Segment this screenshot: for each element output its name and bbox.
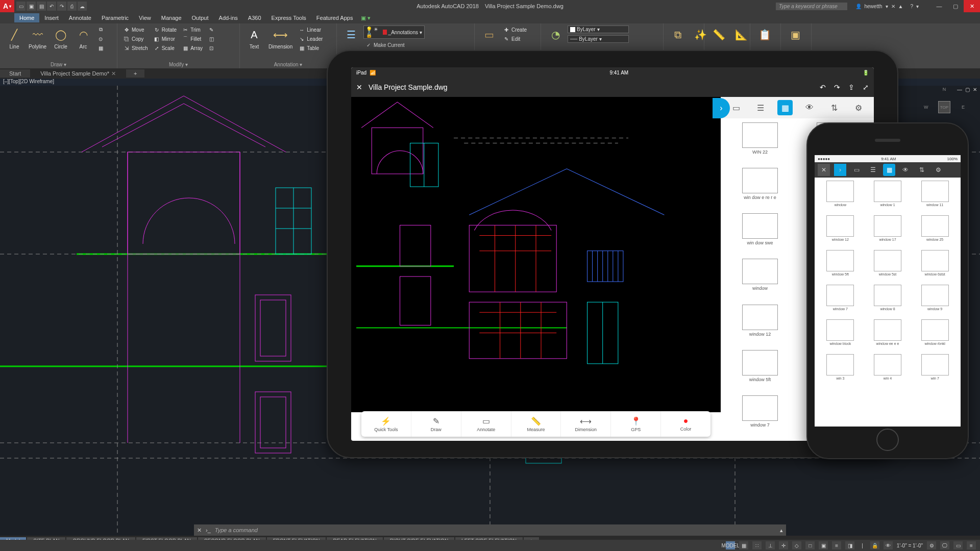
block-item[interactable]: window 1 [865,181,911,213]
scale-button[interactable]: ⤢Scale [152,44,178,52]
tab-insert[interactable]: Insert [39,13,64,22]
tab-home[interactable]: Home [14,13,39,22]
layer-make[interactable]: ✓Make Current [363,41,406,49]
mirror-button[interactable]: ◧Mirror [152,35,178,43]
tb-draw[interactable]: ✎Draw [411,411,461,437]
clipboard-button[interactable]: 📋 [754,26,775,44]
tab-output[interactable]: Output [187,13,214,22]
sb-tab-view-icon[interactable]: 👁 [802,100,817,115]
sb-tab-blocks-icon[interactable]: ▦ [777,100,793,115]
tab-featured[interactable]: Featured Apps [311,13,358,22]
sb-tab-layers-icon[interactable]: ▭ [728,100,744,115]
ph-arrow-icon[interactable]: › [834,164,846,176]
panel-draw-title[interactable]: Draw ▾ [4,61,113,67]
tab-annotate[interactable]: Annotate [64,13,96,22]
stretch-button[interactable]: ⇲Stretch [121,44,150,52]
block-item[interactable]: window 11 [912,181,958,213]
fillet-button[interactable]: ⌒Fillet [180,35,204,43]
block-item[interactable]: window 5ft [818,250,863,283]
linetype-bylayer[interactable]: ── ByLayer ▾ [568,35,629,43]
cmd-close-icon[interactable]: ✕ [197,527,202,534]
trim-button[interactable]: ✂Trim [180,26,204,34]
edit-block[interactable]: ✎Edit [501,35,528,43]
ipad-close-icon[interactable]: ✕ [356,83,362,91]
block-item[interactable]: window block [818,319,863,352]
ipad-expand-icon[interactable]: ⤢ [863,83,869,91]
tb-measure[interactable]: 📏Measure [511,411,561,437]
maximize-button[interactable]: ▢ [947,0,964,12]
block-item[interactable]: window 7 [725,395,795,437]
arc-button[interactable]: ◠Arc [73,26,93,51]
tab-express[interactable]: Express Tools [266,13,311,22]
move-button[interactable]: ✥Move [121,26,150,34]
viewport-label[interactable]: [–][Top][2D Wireframe] [3,79,54,84]
layer-dropdown[interactable]: 💡 ☀ 🔒 _Annotations ▾ [363,26,425,39]
polar-icon[interactable]: ✛ [779,541,788,549]
3dosnap-icon[interactable]: ▣ [819,541,828,549]
view-cube[interactable]: TOP N S E W [924,87,965,128]
qat-save-icon[interactable]: ▤ [37,2,46,11]
tab-add[interactable]: + [126,69,144,78]
command-line[interactable]: ✕ ›_ Type a command ▴ [194,524,786,536]
ph-sort-icon[interactable]: ⇅ [916,164,928,176]
tab-a360[interactable]: A360 [243,13,266,22]
ipad-undo-icon[interactable]: ↶ [820,83,826,91]
osnap-icon[interactable]: □ [805,541,815,549]
ann-scale-icon[interactable]: 🔒 [870,541,879,549]
user-area[interactable]: 👤 hewetth ▾✕▲?▾ [855,4,919,9]
ph-gear-icon[interactable]: ⚙ [932,164,944,176]
qat-undo-icon[interactable]: ↶ [47,2,56,11]
tb-dimension[interactable]: ⟷Dimension [561,411,611,437]
rotate-button[interactable]: ↻Rotate [152,26,178,34]
tab-addins[interactable]: Add-ins [214,13,243,22]
block-item[interactable]: win 7 [912,354,958,387]
status-model[interactable]: MODEL [726,541,735,549]
ws-icon[interactable]: ⚙ [927,541,936,549]
lwt-icon[interactable]: ≡ [832,541,841,549]
block-item[interactable]: window 12 [818,215,863,248]
ann-vis-icon[interactable]: 👁 [884,541,893,549]
block-item[interactable]: window 7 [818,285,863,317]
block-item[interactable]: WIN 22 [725,122,795,164]
tr-icon[interactable]: ◨ [845,541,854,549]
apps-expand-icon[interactable]: ▣ ▾ [361,15,371,21]
ph-eye-icon[interactable]: 👁 [899,164,912,176]
panel-annotation-title[interactable]: Annotation ▾ [244,61,332,67]
tb-color[interactable]: ●Color [661,411,710,437]
cmd-expand-icon[interactable]: ▴ [780,527,783,534]
block-item[interactable]: window 12 [725,305,795,346]
ipad-share-icon[interactable]: ⇪ [848,83,854,91]
qat-new-icon[interactable]: ▭ [16,2,26,11]
block-item[interactable]: win dow swe [725,213,795,255]
block-item[interactable]: window 5ft [725,350,795,391]
match-props-button[interactable]: ◔ [545,26,566,44]
block-item[interactable]: window 9 [912,285,958,317]
tab-start[interactable]: Start [0,69,30,78]
copy-button[interactable]: ⿻Copy [121,35,150,43]
block-item[interactable]: window 17 [865,215,911,248]
clean-icon[interactable]: ▭ [953,541,963,549]
draw-extra-1[interactable]: ⧉ [95,26,106,34]
ipad-drawing[interactable] [351,97,721,412]
circle-button[interactable]: ◯Circle [51,26,71,51]
polyline-button[interactable]: 〰Polyline [27,26,48,51]
view-base-button[interactable]: ▣ [785,26,805,44]
ph-close-icon[interactable]: ✕ [818,164,830,176]
color-bylayer[interactable]: ByLayer ▾ [568,26,629,33]
block-item[interactable]: window [725,259,795,300]
block-item[interactable]: win 4 [865,354,911,387]
block-item[interactable]: window 6stst [912,250,958,283]
util-button[interactable]: 📐 [731,26,751,44]
ortho-icon[interactable]: ⊥ [766,541,775,549]
table-button[interactable]: ▦Table [297,44,324,52]
block-item[interactable]: window ee e e [865,319,911,352]
close-button[interactable]: ✕ [964,0,980,12]
block-item[interactable]: win dow e re r e [725,168,795,209]
grid-icon[interactable]: ▦ [739,541,748,549]
sb-tab-stack-icon[interactable]: ☰ [753,100,768,115]
tb-annotate[interactable]: ▭Annotate [461,411,511,437]
qat-open-icon[interactable]: ▣ [27,2,36,11]
panel-modify-title[interactable]: Modify ▾ [121,61,235,67]
group-button[interactable]: ⧉ [668,26,688,44]
tab-manage[interactable]: Manage [156,13,187,22]
